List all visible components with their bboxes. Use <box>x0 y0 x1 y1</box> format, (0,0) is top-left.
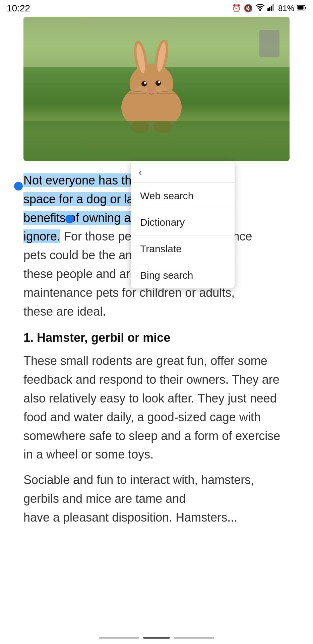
status-icons: ⏰ 🔇 81% <box>232 4 306 13</box>
status-bar: 10:22 ⏰ 🔇 81% <box>0 0 313 17</box>
selection-handle-right <box>65 215 74 223</box>
non-highlighted-text-2: pets cou <box>23 248 69 262</box>
web-search-option[interactable]: Web search <box>131 183 235 209</box>
svg-point-19 <box>135 86 147 94</box>
article-content: Not everyone has the or space for a dog … <box>0 164 313 534</box>
rabbit-image-container <box>0 17 313 161</box>
svg-point-16 <box>155 80 161 86</box>
highlighted-text-1: Not everyone has the <box>23 173 138 187</box>
non-highlighted-text-4: maintenance pets for c <box>23 286 145 300</box>
paragraph-3-end: have a pleasant disposition. Hamsters... <box>23 511 237 524</box>
bing-search-option[interactable]: Bing search <box>131 262 235 288</box>
rabbit-image <box>23 17 290 161</box>
status-time: 10:22 <box>7 3 30 14</box>
article-paragraph-2: These small rodents are great fun, offer… <box>23 352 290 464</box>
rabbit-svg <box>101 40 202 134</box>
back-button[interactable]: ‹ <box>139 167 142 178</box>
article-paragraph-3: Sociable and fun to interact with, hamst… <box>23 471 290 527</box>
mute-icon: 🔇 <box>244 4 253 13</box>
context-menu: ‹ Web search Dictionary Translate Bing s… <box>131 161 235 288</box>
battery-icon <box>297 5 306 12</box>
svg-rect-3 <box>271 6 272 11</box>
svg-point-17 <box>158 81 160 83</box>
non-highlighted-text-5: these are ideal. <box>23 305 106 318</box>
highlighted-text-3: benefits of owning ar <box>23 211 135 225</box>
dictionary-option[interactable]: Dictionary <box>131 209 235 236</box>
selection-handle-left <box>14 182 23 191</box>
svg-point-15 <box>144 82 146 84</box>
signal-icon <box>267 4 275 13</box>
scroll-indicators <box>99 637 214 639</box>
highlighted-text-4: ignore. <box>23 229 60 243</box>
section-heading-1: 1. Hamster, gerbil or mice <box>23 331 290 345</box>
context-menu-header: ‹ <box>131 161 235 183</box>
svg-point-18 <box>149 89 154 93</box>
translate-option[interactable]: Translate <box>131 236 235 262</box>
alarm-icon: ⏰ <box>232 4 241 13</box>
svg-rect-2 <box>269 7 270 11</box>
svg-point-14 <box>141 81 147 87</box>
scroll-bar-3 <box>174 637 214 639</box>
highlighted-text-2: space for a dog or lar <box>23 192 137 206</box>
scroll-bar-2 <box>143 637 170 639</box>
svg-point-0 <box>259 9 261 11</box>
paragraph-3-start: Sociable and fun to interact with, hamst… <box>23 473 254 505</box>
svg-rect-6 <box>298 6 304 10</box>
svg-rect-1 <box>267 8 269 11</box>
svg-rect-7 <box>305 7 306 9</box>
non-highlighted-text-1: For those peo <box>64 229 138 243</box>
non-highlighted-text-3: these people and are l <box>23 267 143 281</box>
scroll-bar-1 <box>99 637 139 639</box>
svg-point-9 <box>130 64 173 104</box>
battery-percentage: 81% <box>278 4 294 13</box>
wifi-icon <box>255 4 265 13</box>
svg-rect-4 <box>272 4 274 11</box>
